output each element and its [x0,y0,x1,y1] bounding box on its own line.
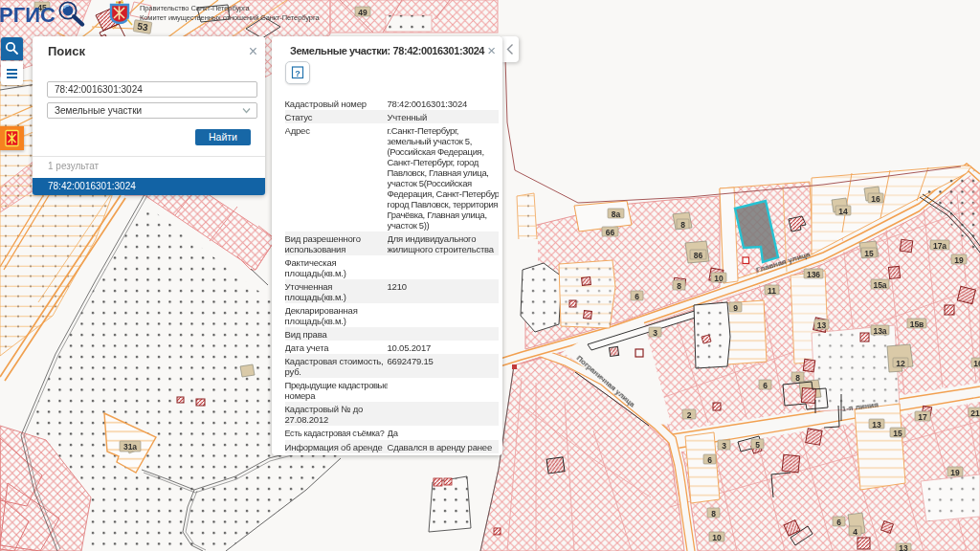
svg-text:15: 15 [893,429,902,438]
svg-text:6: 6 [836,518,841,527]
svg-text:8: 8 [795,373,800,383]
svg-text:16: 16 [973,359,980,368]
svg-text:13: 13 [899,543,908,551]
svg-text:53: 53 [137,21,149,33]
svg-text:6: 6 [707,455,712,465]
svg-text:15в: 15в [910,320,924,329]
svg-text:21: 21 [970,408,980,418]
svg-text:8: 8 [711,509,716,518]
svg-text:3: 3 [722,441,726,451]
svg-text:6: 6 [635,292,639,301]
svg-text:15а: 15а [873,280,886,290]
svg-text:10: 10 [714,274,724,283]
svg-text:16: 16 [871,194,880,204]
svg-text:2: 2 [687,410,692,420]
svg-text:?: ? [295,69,301,78]
svg-text:49: 49 [358,8,368,17]
svg-text:86: 86 [694,251,703,260]
svg-text:19: 19 [954,255,964,265]
svg-text:5: 5 [755,440,760,450]
svg-text:19: 19 [950,468,960,477]
svg-text:9: 9 [733,303,738,313]
svg-text:13: 13 [817,320,827,330]
svg-text:14: 14 [838,207,848,216]
svg-text:11: 11 [768,286,776,296]
svg-text:4: 4 [853,527,858,537]
svg-text:66: 66 [606,228,615,237]
svg-text:13а: 13а [873,326,886,336]
svg-text:15: 15 [864,249,874,258]
svg-text:12: 12 [896,359,905,368]
svg-text:17: 17 [918,412,927,422]
svg-text:13: 13 [872,420,881,430]
svg-text:8: 8 [677,281,681,291]
svg-text:8: 8 [680,220,685,230]
svg-text:136: 136 [807,270,820,279]
svg-text:3: 3 [653,328,657,338]
svg-text:10: 10 [712,533,722,542]
svg-text:8а: 8а [612,209,621,219]
svg-text:17а: 17а [933,241,947,251]
svg-text:6: 6 [763,381,768,390]
svg-text:31а: 31а [123,442,137,452]
